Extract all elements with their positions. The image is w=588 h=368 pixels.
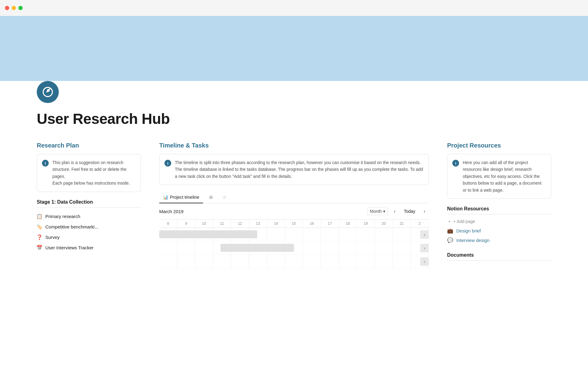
list-item-interviews[interactable]: 📅 User Interviews Tracker — [37, 243, 141, 253]
stage1-heading: Stage 1: Data Collection — [37, 199, 141, 208]
list-item-survey[interactable]: ❓ Survey — [37, 232, 141, 243]
timeline-grid: 8 9 10 11 12 13 14 15 16 17 18 19 20 21 … — [159, 220, 429, 268]
day-17: 17 — [321, 220, 339, 228]
resources-column: Project Resources i Here you can add all… — [447, 142, 551, 263]
timeline-column: Timeline & Tasks i The timeline is split… — [159, 142, 429, 268]
notion-resources-heading: Notion Resources — [447, 206, 551, 214]
resources-heading: Project Resources — [447, 142, 551, 149]
day-22: 2 — [411, 220, 429, 228]
timeline-header: March 2019 Month ▾ ‹ Today › — [159, 203, 429, 220]
day-15: 15 — [285, 220, 303, 228]
chevron-down-icon: ▾ — [383, 209, 385, 214]
tab-timeline-label: Project timeline — [170, 195, 199, 200]
competitive-icon: 🏷️ — [37, 224, 42, 230]
month-view-button[interactable]: Month ▾ — [367, 207, 388, 215]
day-12: 12 — [231, 220, 249, 228]
add-page-label: + Add page — [453, 219, 475, 224]
day-13: 13 — [249, 220, 267, 228]
page-icon-wrap — [37, 81, 551, 103]
timeline-heading: Timeline & Tasks — [159, 142, 429, 149]
day-21: 21 — [393, 220, 411, 228]
timeline-arrow-1[interactable]: › — [420, 230, 429, 239]
timeline-rows: › — [159, 228, 429, 268]
main-columns: Research Plan i This plan is a suggestio… — [37, 142, 551, 268]
timeline-row-2: › — [159, 241, 429, 255]
info-icon-1: i — [42, 160, 49, 167]
tab-star[interactable]: ☆ — [219, 192, 230, 203]
primary-research-label: Primary research — [45, 214, 80, 219]
timeline-tab-icon: 📊 — [163, 195, 168, 200]
survey-icon: ❓ — [37, 235, 42, 240]
close-button[interactable] — [5, 6, 9, 10]
design-brief-label: Design brief — [456, 228, 481, 233]
info-icon-3: i — [452, 160, 459, 167]
day-16: 16 — [303, 220, 321, 228]
research-plan-info-box: i This plan is a suggestion on research … — [37, 154, 141, 192]
timeline-row-1: › — [159, 228, 429, 241]
grid-icon: ⊞ — [209, 195, 213, 200]
research-plan-heading: Research Plan — [37, 142, 141, 149]
resources-info-box: i Here you can add all of the project re… — [447, 154, 551, 199]
day-9: 9 — [177, 220, 195, 228]
day-10: 10 — [195, 220, 213, 228]
add-page-button[interactable]: ＋ + Add page — [447, 217, 551, 226]
day-19: 19 — [357, 220, 375, 228]
add-icon: ＋ — [447, 219, 451, 224]
list-item-primary-research[interactable]: 📋 Primary research — [37, 211, 141, 222]
timeline-date: March 2019 — [159, 209, 183, 214]
interview-design-icon: 💬 — [447, 237, 453, 243]
star-icon: ☆ — [223, 195, 227, 200]
day-14: 14 — [267, 220, 285, 228]
minimize-button[interactable] — [12, 6, 16, 10]
timeline-bar-2 — [221, 244, 294, 252]
timeline-bar-1 — [159, 230, 257, 238]
day-18: 18 — [339, 220, 357, 228]
tab-project-timeline[interactable]: 📊 Project timeline — [159, 192, 203, 203]
day-11: 11 — [213, 220, 231, 228]
info-icon-2: i — [164, 160, 171, 167]
interviews-label: User Interviews Tracker — [45, 245, 94, 250]
month-label: Month — [370, 209, 382, 214]
research-plan-column: Research Plan i This plan is a suggestio… — [37, 142, 141, 253]
page-content: User Research Hub Research Plan i This p… — [0, 81, 588, 287]
timeline-arrow-2[interactable]: › — [420, 244, 429, 252]
primary-research-icon: 📋 — [37, 214, 42, 219]
timeline-arrow-3[interactable]: › — [420, 257, 429, 266]
page-title: User Research Hub — [37, 110, 551, 127]
competitive-label: Competitive benchmarki... — [45, 224, 98, 229]
tab-grid[interactable]: ⊞ — [205, 192, 217, 203]
timeline-next-button[interactable]: › — [420, 207, 429, 216]
page-icon — [37, 81, 59, 103]
day-8: 8 — [159, 220, 177, 228]
today-button[interactable]: Today — [401, 208, 418, 215]
resources-info-text: Here you can add all of the project reso… — [463, 159, 546, 194]
list-item-competitive[interactable]: 🏷️ Competitive benchmarki... — [37, 222, 141, 232]
day-20: 20 — [375, 220, 393, 228]
documents-heading: Documents — [447, 252, 551, 261]
timeline-row-3: › — [159, 255, 429, 268]
timeline-prev-button[interactable]: ‹ — [390, 207, 399, 216]
timeline-days: 8 9 10 11 12 13 14 15 16 17 18 19 20 21 … — [159, 220, 429, 228]
compass-icon — [42, 86, 54, 98]
timeline-info-box: i The timeline is split into three phase… — [159, 154, 429, 185]
interview-design-label: Interview design — [456, 238, 489, 243]
interview-design-link[interactable]: 💬 Interview design — [447, 236, 551, 245]
design-brief-icon: 💼 — [447, 228, 453, 234]
timeline-controls: Month ▾ ‹ Today › — [367, 207, 429, 216]
design-brief-link[interactable]: 💼 Design brief — [447, 226, 551, 236]
title-bar — [0, 0, 588, 16]
survey-label: Survey — [45, 235, 60, 240]
timeline-tabs: 📊 Project timeline ⊞ ☆ — [159, 192, 429, 203]
research-plan-info-text: This plan is a suggestion on research st… — [52, 159, 136, 187]
timeline-info-text: The timeline is split into three phases … — [175, 159, 424, 180]
interviews-icon: 📅 — [37, 245, 42, 251]
maximize-button[interactable] — [18, 6, 23, 10]
